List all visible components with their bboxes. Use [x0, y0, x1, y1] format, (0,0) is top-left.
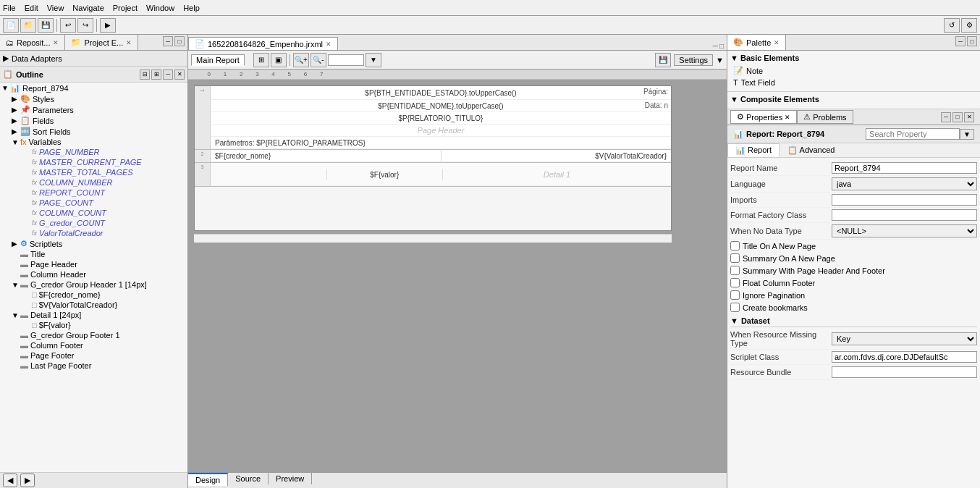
float-column-footer-checkbox[interactable]: [730, 278, 740, 287]
new-btn[interactable]: 📄: [3, 18, 19, 33]
data-adapters-expand[interactable]: ▶: [3, 54, 9, 63]
basic-elements-expand[interactable]: ▼: [730, 54, 738, 62]
menu-edit[interactable]: Edit: [25, 4, 38, 12]
outline-item-page-count[interactable]: fx PAGE_COUNT: [0, 198, 187, 208]
horizontal-scrollbar[interactable]: [194, 234, 672, 243]
menu-help[interactable]: Help: [183, 4, 200, 12]
outline-item-valor-total-credor[interactable]: fx ValorTotalCreador: [0, 228, 187, 238]
outline-close[interactable]: ✕: [174, 70, 185, 80]
outline-item-sort-fields[interactable]: ▶ 🔤 Sort Fields: [0, 126, 187, 137]
doc-minimize-btn[interactable]: ─: [713, 42, 718, 50]
palette-item-text-field[interactable]: T Text Field: [730, 77, 977, 88]
expand-arrow-sort-fields[interactable]: ▶: [12, 127, 20, 135]
zoom-grid-btn[interactable]: ⊞: [253, 53, 269, 67]
imports-input[interactable]: [832, 194, 977, 206]
ignore-pagination-checkbox[interactable]: [730, 290, 740, 300]
summary-new-page-checkbox[interactable]: [730, 253, 740, 263]
tab-preview[interactable]: Preview: [269, 473, 312, 484]
open-btn[interactable]: 📁: [20, 18, 36, 33]
outline-item-master-current-page[interactable]: fx MASTER_CURRENT_PAGE: [0, 157, 187, 167]
main-report-btn[interactable]: Main Report: [191, 54, 245, 66]
outline-item-g-credor-group-footer[interactable]: ▬ G_credor Group Footer 1: [0, 330, 187, 340]
save-report-btn[interactable]: 💾: [655, 53, 671, 67]
menu-window[interactable]: Window: [146, 4, 174, 12]
expand-arrow-report[interactable]: ▼: [1, 84, 10, 92]
outline-item-master-total-pages[interactable]: fx MASTER_TOTAL_PAGES: [0, 167, 187, 177]
title-new-page-checkbox[interactable]: [730, 241, 740, 251]
outline-item-detail1[interactable]: ▼ ▬ Detail 1 [24px]: [0, 310, 187, 320]
outline-item-f-valor[interactable]: □ $F{valor}: [0, 320, 187, 330]
left-next-btn[interactable]: ▶: [20, 474, 35, 487]
props-close[interactable]: ✕: [964, 112, 974, 122]
doc-maximize-btn[interactable]: □: [719, 42, 724, 50]
expand-arrow-detail1[interactable]: ▼: [12, 311, 20, 319]
undo-btn[interactable]: ↩: [60, 18, 76, 33]
language-select[interactable]: java groovy: [832, 177, 977, 190]
expand-arrow-styles[interactable]: ▶: [12, 95, 20, 103]
outline-item-f-credor-nome[interactable]: □ $F{credor_nome}: [0, 290, 187, 300]
outline-expand-all[interactable]: ⊞: [151, 70, 161, 80]
outline-item-parameters[interactable]: ▶ 📌 Parameters: [0, 104, 187, 115]
menu-file[interactable]: File: [3, 4, 16, 12]
outline-item-scriptlets[interactable]: ▶ ⚙ Scriptlets: [0, 238, 187, 249]
when-resource-missing-select[interactable]: Key: [832, 332, 977, 345]
outline-item-column-count[interactable]: fx COLUMN_COUNT: [0, 208, 187, 218]
outline-item-v-valor-total-credor[interactable]: □ $V{ValorTotalCreador}: [0, 300, 187, 310]
format-factory-input[interactable]: [832, 209, 977, 221]
scriplet-class-input[interactable]: [832, 351, 977, 363]
expand-arrow-variables[interactable]: ▼: [12, 138, 20, 146]
search-property-input[interactable]: [866, 128, 960, 140]
summary-with-header-footer-checkbox[interactable]: [730, 266, 740, 275]
resource-bundle-input[interactable]: [832, 366, 977, 378]
refresh-btn[interactable]: ↺: [944, 18, 960, 33]
settings-btn-main[interactable]: Settings: [674, 54, 713, 66]
expand-arrow-scriptlets[interactable]: ▶: [12, 240, 20, 248]
expand-arrow-g-credor-header[interactable]: ▼: [12, 281, 20, 289]
report-name-input[interactable]: [832, 162, 977, 174]
repository-tab[interactable]: 🗂 Reposit... ✕: [0, 35, 65, 50]
zoom-in-btn[interactable]: 🔍+: [293, 53, 309, 67]
maximize-left[interactable]: □: [174, 36, 185, 46]
outline-item-page-header[interactable]: ▬ Page Header: [0, 259, 187, 269]
outline-item-fields[interactable]: ▶ 📋 Fields: [0, 115, 187, 126]
advanced-inner-tab[interactable]: 📋 Advanced: [780, 143, 842, 157]
project-close[interactable]: ✕: [126, 39, 132, 46]
settings-btn[interactable]: ⚙: [961, 18, 977, 33]
palette-maximize[interactable]: □: [967, 36, 977, 46]
report-inner-tab[interactable]: 📊 Report: [727, 143, 780, 157]
left-prev-btn[interactable]: ◀: [3, 474, 17, 487]
create-bookmarks-checkbox[interactable]: [730, 303, 740, 312]
search-property-dropdown[interactable]: ▼: [960, 129, 974, 140]
outline-item-last-page-footer[interactable]: ▬ Last Page Footer: [0, 361, 187, 371]
outline-item-page-footer[interactable]: ▬ Page Footer: [0, 350, 187, 361]
repository-close[interactable]: ✕: [53, 39, 59, 46]
redo-btn[interactable]: ↪: [77, 18, 93, 33]
outline-item-report[interactable]: ▼ 📊 Report_8794: [0, 83, 187, 93]
minimize-left[interactable]: ─: [163, 36, 173, 46]
outline-item-column-footer[interactable]: ▬ Column Footer: [0, 340, 187, 350]
tab-design[interactable]: Design: [188, 473, 228, 486]
canvas-wrapper[interactable]: 1 $P{BTH_ENTIDADE_ESTADO}.toUpperCase() …: [188, 80, 727, 472]
run-btn[interactable]: ▶: [100, 18, 116, 33]
props-minimize[interactable]: ─: [941, 112, 951, 122]
palette-close[interactable]: ✕: [774, 39, 780, 46]
outline-minimize[interactable]: ─: [163, 70, 173, 80]
palette-tab[interactable]: 🎨 Palette ✕: [727, 35, 786, 50]
doc-tab-jrxml[interactable]: 📄 1652208164826_Empenho.jrxml ✕: [188, 37, 338, 50]
tab-source[interactable]: Source: [228, 473, 269, 484]
dataset-collapse-icon[interactable]: ▼: [730, 316, 738, 325]
when-no-data-select[interactable]: <NULL> NoPages BlankPage AllSectionsNoDe…: [832, 224, 977, 237]
outline-item-variables[interactable]: ▼ fx Variables: [0, 137, 187, 147]
props-maximize[interactable]: □: [952, 112, 963, 122]
zoom-input[interactable]: 125%: [328, 54, 364, 66]
outline-item-g-credor-group-header[interactable]: ▼ ▬ G_credor Group Header 1 [14px]: [0, 279, 187, 290]
composite-elements-expand[interactable]: ▼: [730, 95, 738, 104]
project-tab[interactable]: 📁 Project E... ✕: [65, 35, 138, 50]
outline-item-column-number[interactable]: fx COLUMN_NUMBER: [0, 177, 187, 188]
zoom-out-btn[interactable]: 🔍-: [311, 53, 326, 67]
expand-arrow-parameters[interactable]: ▶: [12, 106, 20, 114]
outline-item-report-count[interactable]: fx REPORT_COUNT: [0, 188, 187, 198]
menu-project[interactable]: Project: [113, 4, 138, 12]
properties-tab[interactable]: ⚙ Properties ✕: [730, 110, 797, 124]
problems-tab[interactable]: ⚠ Problems: [797, 110, 853, 124]
